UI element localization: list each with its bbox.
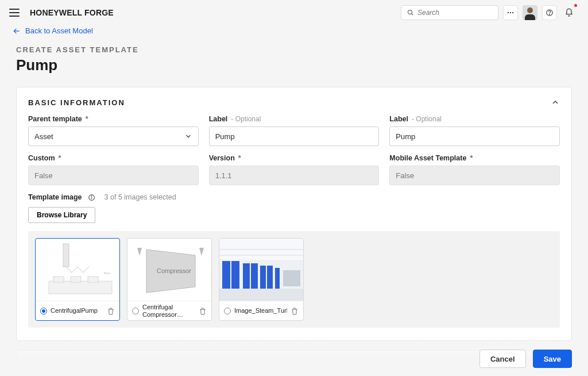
image-radio[interactable] bbox=[132, 308, 139, 314]
label-version: Version bbox=[209, 154, 235, 162]
svg-text:Compressor: Compressor bbox=[157, 267, 191, 274]
image-thumb-photo bbox=[219, 239, 303, 301]
required-asterisk: * bbox=[238, 154, 241, 162]
field-mobile: Mobile Asset Template * bbox=[389, 154, 560, 185]
compressor-diagram-icon: Compressor bbox=[129, 241, 210, 298]
save-button[interactable]: Save bbox=[533, 350, 572, 368]
image-caption: Centrifugal Compressor Varia... bbox=[142, 304, 195, 318]
cancel-button[interactable]: Cancel bbox=[479, 350, 526, 368]
required-asterisk: * bbox=[86, 115, 88, 123]
facility-photo-icon bbox=[219, 239, 303, 301]
back-link[interactable]: Back to Asset Model bbox=[0, 25, 588, 35]
svg-rect-31 bbox=[275, 268, 280, 289]
svg-rect-12 bbox=[49, 281, 112, 294]
svg-point-6 bbox=[550, 14, 550, 15]
user-avatar[interactable] bbox=[523, 5, 537, 20]
mobile-input bbox=[389, 166, 560, 185]
template-image-header: Template image 3 of 5 images selected bbox=[28, 193, 560, 201]
page-kicker: CREATE ASSET TEMPLATE bbox=[16, 45, 572, 54]
svg-point-9 bbox=[91, 195, 92, 196]
help-button[interactable] bbox=[542, 5, 557, 20]
image-card-compressor[interactable]: Compressor Centrifugal Compressor Varia.… bbox=[127, 238, 212, 321]
svg-line-1 bbox=[412, 14, 413, 16]
trash-icon[interactable] bbox=[107, 307, 115, 315]
image-card-centrifugal-pump[interactable]: Default Run CentrifugalPump bbox=[35, 238, 120, 321]
parent-template-value: Asset bbox=[34, 132, 53, 141]
required-asterisk: * bbox=[470, 154, 473, 162]
more-menu-button[interactable] bbox=[503, 5, 518, 20]
svg-point-3 bbox=[510, 12, 511, 13]
label-label-1: Label bbox=[209, 115, 228, 123]
image-caption: Image_Steam_Turbine_2024_01_31.Jp... bbox=[234, 307, 287, 314]
page-heading: CREATE ASSET TEMPLATE Pump bbox=[0, 35, 588, 80]
label-custom: Custom bbox=[28, 154, 55, 162]
svg-rect-15 bbox=[88, 277, 98, 282]
bell-icon bbox=[564, 8, 574, 17]
action-bar: Cancel Save bbox=[479, 350, 572, 368]
svg-rect-11 bbox=[63, 244, 69, 267]
image-radio[interactable] bbox=[40, 308, 47, 314]
trash-icon[interactable] bbox=[291, 307, 299, 315]
svg-rect-24 bbox=[219, 289, 303, 301]
browse-library-button[interactable]: Browse Library bbox=[28, 207, 95, 223]
image-thumb-pump: Run bbox=[36, 239, 119, 301]
info-icon[interactable] bbox=[88, 194, 95, 201]
template-image-status: 3 of 5 images selected bbox=[105, 193, 176, 201]
field-label-1: Label - Optional bbox=[209, 115, 380, 146]
search-box[interactable] bbox=[401, 5, 498, 20]
svg-rect-28 bbox=[251, 263, 258, 289]
chevron-down-icon bbox=[184, 132, 192, 140]
help-icon bbox=[546, 9, 554, 17]
svg-rect-29 bbox=[260, 266, 266, 289]
svg-rect-13 bbox=[53, 277, 64, 282]
attributes-columns-row: Field Name Alias Field Data Type Requi..… bbox=[28, 370, 560, 376]
trash-icon[interactable] bbox=[199, 307, 207, 315]
label-label-2: Label bbox=[389, 115, 408, 123]
svg-point-4 bbox=[512, 12, 513, 13]
chevron-up-icon[interactable] bbox=[551, 98, 560, 107]
svg-rect-26 bbox=[231, 261, 239, 289]
custom-input bbox=[28, 166, 199, 185]
search-icon bbox=[407, 9, 414, 16]
label-parent-template: Parent template bbox=[28, 115, 82, 123]
svg-point-2 bbox=[508, 12, 509, 13]
label-2-input[interactable] bbox=[389, 126, 560, 146]
hamburger-menu[interactable] bbox=[9, 6, 22, 19]
svg-rect-30 bbox=[267, 266, 273, 289]
arrow-left-icon bbox=[13, 27, 21, 35]
field-custom: Custom * bbox=[28, 154, 199, 185]
label-1-input[interactable] bbox=[209, 126, 380, 146]
image-tray: Default Run CentrifugalPump bbox=[28, 231, 560, 328]
back-link-label: Back to Asset Model bbox=[25, 26, 93, 35]
svg-text:Run: Run bbox=[104, 271, 110, 275]
basic-information-card: BASIC INFORMATION Parent template * Asse… bbox=[16, 87, 572, 341]
svg-point-0 bbox=[408, 10, 412, 14]
image-caption: CentrifugalPump bbox=[51, 307, 103, 314]
svg-rect-14 bbox=[71, 277, 81, 282]
optional-hint: - Optional bbox=[231, 115, 261, 123]
image-radio[interactable] bbox=[224, 308, 231, 314]
search-input[interactable] bbox=[417, 9, 492, 17]
label-mobile: Mobile Asset Template bbox=[389, 154, 466, 162]
section-title-basic: BASIC INFORMATION bbox=[28, 98, 125, 107]
version-input bbox=[209, 166, 380, 185]
field-version: Version * bbox=[209, 154, 380, 185]
svg-rect-25 bbox=[222, 261, 230, 289]
image-thumb-compressor: Compressor bbox=[127, 239, 211, 301]
image-card-steam-turbine[interactable]: Image_Steam_Turbine_2024_01_31.Jp... bbox=[219, 238, 304, 321]
template-image-label: Template image bbox=[28, 193, 82, 201]
parent-template-select[interactable]: Asset bbox=[28, 126, 199, 146]
notification-badge bbox=[574, 3, 578, 7]
pump-diagram-icon: Run bbox=[37, 241, 118, 298]
ellipsis-icon bbox=[506, 9, 514, 17]
app-logo: HONEYWELL FORGE bbox=[30, 8, 114, 17]
notifications-button[interactable] bbox=[562, 5, 577, 20]
optional-hint: - Optional bbox=[412, 115, 442, 123]
field-label-2: Label - Optional bbox=[389, 115, 560, 146]
field-parent-template: Parent template * Asset bbox=[28, 115, 199, 146]
page-title: Pump bbox=[16, 56, 572, 74]
svg-rect-27 bbox=[243, 263, 250, 289]
top-bar: HONEYWELL FORGE bbox=[0, 0, 588, 25]
svg-rect-32 bbox=[283, 270, 300, 286]
required-asterisk: * bbox=[59, 154, 61, 162]
